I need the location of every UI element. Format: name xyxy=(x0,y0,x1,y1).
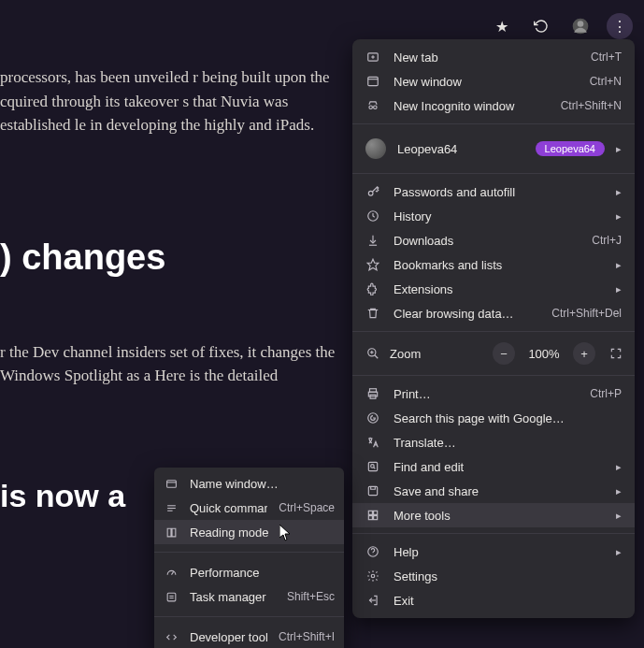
find-icon xyxy=(365,460,380,473)
menu-label: Quick commands xyxy=(190,501,267,515)
zoom-label: Zoom xyxy=(390,347,483,361)
menu-save-share[interactable]: Save and share ▸ xyxy=(352,479,635,503)
menu-exit[interactable]: Exit xyxy=(352,588,635,612)
menu-passwords[interactable]: Passwords and autofill ▸ xyxy=(352,180,635,204)
svg-rect-29 xyxy=(374,516,378,520)
profile-name: Leopeva64 xyxy=(397,142,524,156)
menu-accel: Ctrl+Shift+Del xyxy=(551,307,622,320)
menu-accel: Ctrl+Shift+N xyxy=(561,99,622,112)
menu-separator xyxy=(154,616,344,617)
svg-rect-28 xyxy=(368,516,372,520)
menu-label: Search this page with Google… xyxy=(394,411,622,425)
menu-label: More tools xyxy=(394,509,603,523)
chevron-right-icon: ▸ xyxy=(616,510,622,522)
article-body: processors, has been unveiled r being bu… xyxy=(0,65,336,520)
menu-find[interactable]: Find and edit ▸ xyxy=(352,454,635,479)
svg-rect-26 xyxy=(368,511,372,514)
menu-accel: Ctrl+P xyxy=(590,387,622,400)
puzzle-icon xyxy=(365,282,380,295)
menu-label: Performance xyxy=(190,566,335,580)
submenu-performance[interactable]: Performance xyxy=(154,560,344,584)
zoom-value: 100% xyxy=(524,347,564,361)
article-heading: ) changes xyxy=(0,231,336,284)
zoom-row: Zoom − 100% + xyxy=(352,338,635,369)
history-icon xyxy=(365,209,380,223)
main-menu: New tab Ctrl+T New window Ctrl+N New Inc… xyxy=(352,39,635,618)
menu-accel: Ctrl+Shift+I xyxy=(279,630,335,643)
menu-label: Find and edit xyxy=(394,460,603,474)
menu-label: Translate… xyxy=(394,436,622,450)
key-icon xyxy=(365,185,380,198)
menu-print[interactable]: Print… Ctrl+P xyxy=(352,382,635,406)
menu-accel: Ctrl+Space xyxy=(279,501,335,514)
submenu-name-window[interactable]: Name window… xyxy=(154,471,344,496)
submenu-task-manager[interactable]: Task manager Shift+Esc xyxy=(154,584,344,609)
menu-label: Name window… xyxy=(190,477,335,491)
menu-accel: Ctrl+T xyxy=(591,50,622,64)
menu-separator xyxy=(352,533,635,534)
menu-settings[interactable]: Settings xyxy=(352,564,635,588)
commands-icon xyxy=(164,502,179,514)
menu-label: Passwords and autofill xyxy=(394,185,603,199)
chevron-right-icon: ▸ xyxy=(616,485,622,497)
profile-avatar-icon[interactable] xyxy=(567,13,594,39)
svg-rect-27 xyxy=(374,511,378,514)
article-paragraph: processors, has been unveiled r being bu… xyxy=(0,65,336,137)
menu-search-google[interactable]: Search this page with Google… xyxy=(352,406,635,430)
menu-label: Task manager xyxy=(190,590,276,604)
toolbar: ★ ⋮ xyxy=(483,9,638,43)
zoom-in-button[interactable]: + xyxy=(573,342,595,365)
article-paragraph: r the Dev channel insiders set of fixes,… xyxy=(0,340,336,388)
svg-point-10 xyxy=(368,191,373,195)
window-icon xyxy=(164,478,179,490)
incognito-icon xyxy=(365,99,380,112)
svg-line-24 xyxy=(374,468,376,469)
fullscreen-icon[interactable] xyxy=(605,342,627,365)
trash-icon xyxy=(365,307,380,320)
avatar-icon xyxy=(365,138,386,159)
menu-separator xyxy=(352,375,635,376)
refresh-icon[interactable] xyxy=(528,13,554,39)
chevron-right-icon: ▸ xyxy=(616,186,622,198)
gear-icon xyxy=(365,569,380,583)
kebab-menu-icon[interactable]: ⋮ xyxy=(607,13,633,39)
svg-point-1 xyxy=(578,21,584,27)
menu-new-window[interactable]: New window Ctrl+N xyxy=(352,69,635,94)
download-icon xyxy=(365,234,380,247)
menu-history[interactable]: History ▸ xyxy=(352,204,635,228)
menu-separator xyxy=(154,552,344,553)
gauge-icon xyxy=(164,567,179,579)
menu-bookmarks[interactable]: Bookmarks and lists ▸ xyxy=(352,252,635,277)
svg-line-15 xyxy=(375,355,379,359)
svg-rect-40 xyxy=(167,593,176,601)
submenu-reading-mode[interactable]: Reading mode xyxy=(154,520,344,544)
submenu-developer-tools[interactable]: Developer tools Ctrl+Shift+I xyxy=(154,625,344,648)
svg-rect-34 xyxy=(166,480,176,487)
chevron-right-icon: ▸ xyxy=(616,283,622,295)
translate-icon xyxy=(365,436,380,449)
menu-help[interactable]: Help ▸ xyxy=(352,540,635,564)
zoom-out-button[interactable]: − xyxy=(493,342,515,365)
menu-incognito[interactable]: New Incognito window Ctrl+Shift+N xyxy=(352,94,635,118)
menu-label: New window xyxy=(394,75,577,89)
menu-more-tools[interactable]: More tools ▸ xyxy=(352,503,635,527)
menu-label: Developer tools xyxy=(190,630,267,644)
bookmark-star-icon[interactable]: ★ xyxy=(489,13,515,39)
submenu-quick-commands[interactable]: Quick commands Ctrl+Space xyxy=(154,496,344,520)
google-icon xyxy=(365,411,380,425)
svg-point-32 xyxy=(371,574,375,578)
profile-row[interactable]: Leopeva64 Leopeva64 ▸ xyxy=(352,130,635,167)
svg-rect-22 xyxy=(368,462,377,470)
menu-translate[interactable]: Translate… xyxy=(352,430,635,454)
menu-label: Settings xyxy=(394,569,622,583)
chevron-right-icon: ▸ xyxy=(616,546,622,558)
menu-extensions[interactable]: Extensions ▸ xyxy=(352,277,635,301)
menu-clear-data[interactable]: Clear browsing data… Ctrl+Shift+Del xyxy=(352,301,635,325)
menu-new-tab[interactable]: New tab Ctrl+T xyxy=(352,45,635,69)
help-icon xyxy=(365,545,380,558)
tools-icon xyxy=(365,509,380,522)
zoom-icon xyxy=(365,347,380,360)
menu-label: Extensions xyxy=(394,282,603,296)
menu-downloads[interactable]: Downloads Ctrl+J xyxy=(352,228,635,252)
book-icon xyxy=(164,526,179,539)
